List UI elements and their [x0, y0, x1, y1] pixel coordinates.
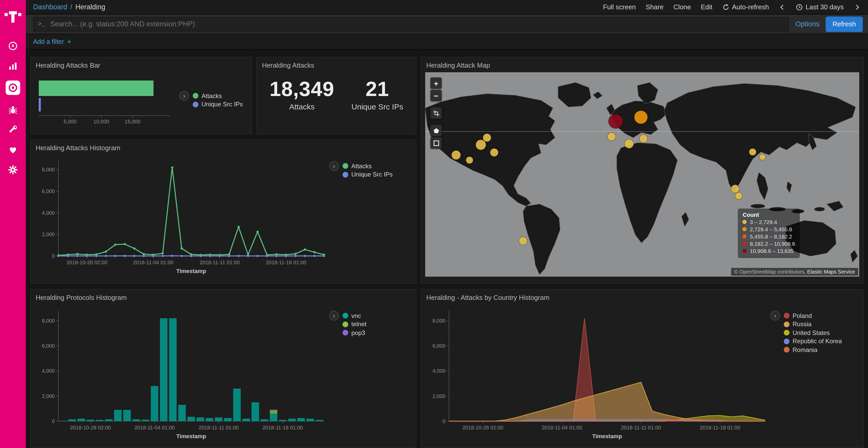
- legend-item[interactable]: Poland: [784, 312, 842, 319]
- options-link[interactable]: Options: [796, 20, 819, 28]
- legend-label: 8,182.2 – 10,908.6: [750, 241, 795, 247]
- legend-item[interactable]: Russia: [784, 320, 842, 328]
- legend-toggle-icon[interactable]: ›: [329, 161, 339, 171]
- search-input[interactable]: [49, 20, 784, 28]
- legend-item[interactable]: vnc: [343, 312, 367, 319]
- svg-text:2018-11-11 01:00: 2018-11-11 01:00: [200, 260, 240, 265]
- legend-item[interactable]: 5,455.8 – 8,182.2: [743, 233, 795, 240]
- sidebar-item-dashboard[interactable]: [3, 39, 23, 53]
- svg-text:Timestamp: Timestamp: [176, 268, 206, 274]
- attacks-bar-chart[interactable]: 5,00010,00015,000: [35, 71, 179, 129]
- legend-item[interactable]: Unique Src IPs: [193, 101, 243, 108]
- legend-item[interactable]: Attacks: [343, 162, 393, 170]
- time-forward-button[interactable]: [854, 3, 861, 10]
- add-filter-link[interactable]: Add a filter +: [33, 38, 71, 45]
- chart-legend: › vnctelnetpop3: [329, 311, 367, 442]
- legend-item[interactable]: United States: [784, 329, 842, 336]
- square-icon: [433, 140, 439, 146]
- legend-dot-icon: [743, 227, 747, 231]
- bug-icon: [8, 104, 18, 114]
- legend-item[interactable]: 8,182.2 – 10,908.6: [743, 241, 795, 247]
- sidebar-item-honeypot[interactable]: [3, 103, 23, 116]
- map-attribution: © OpenStreetMap contributors, Elastic Ma…: [731, 268, 858, 276]
- legend-label: 5,455.8 – 8,182.2: [750, 233, 792, 240]
- legend-dot-icon: [784, 321, 789, 327]
- draw-rectangle-button[interactable]: [430, 137, 442, 149]
- metric-value: 21: [351, 77, 403, 101]
- share-button[interactable]: Share: [646, 3, 663, 11]
- legend-dot-icon: [784, 347, 789, 352]
- panel-title: Heralding Attacks: [257, 57, 416, 70]
- sidebar-item-health[interactable]: [3, 143, 23, 157]
- legend-toggle-icon[interactable]: ›: [329, 311, 339, 320]
- search-box[interactable]: >_: [33, 17, 789, 31]
- zoom-out-button[interactable]: −: [430, 90, 442, 101]
- telekom-logo[interactable]: [0, 3, 26, 30]
- legend-dot-icon: [743, 242, 747, 246]
- chart-legend: › AttacksUnique Src IPs: [179, 91, 243, 109]
- clock-icon: [796, 3, 803, 10]
- legend-dot-icon: [743, 234, 747, 238]
- time-range-picker[interactable]: Last 30 days: [796, 3, 844, 11]
- zoom-in-button[interactable]: +: [430, 77, 442, 89]
- legend-item[interactable]: Romania: [784, 346, 842, 353]
- legend-item[interactable]: 3 – 2,729.4: [743, 219, 795, 225]
- sidebar-item-analytics[interactable]: [3, 59, 23, 73]
- legend-toggle-icon[interactable]: ›: [770, 311, 780, 320]
- compass-icon: [8, 41, 18, 51]
- legend-item[interactable]: telnet: [343, 320, 367, 328]
- refresh-icon: [722, 3, 729, 10]
- panel-attacks-histogram: Heralding Attacks Histogram 02,0004,0006…: [30, 139, 416, 284]
- breadcrumb-dashboard-link[interactable]: Dashboard: [33, 3, 67, 11]
- attacks-histogram-chart[interactable]: 02,0004,0006,0008,0002018-10-28 02:00201…: [35, 154, 329, 277]
- metric-value: 18,349: [270, 77, 334, 101]
- sidebar-item-settings[interactable]: [3, 163, 23, 176]
- legend-item[interactable]: Unique Src IPs: [343, 171, 393, 178]
- add-filter-label: Add a filter: [33, 38, 64, 45]
- legend-dot-icon: [784, 338, 789, 344]
- legend-label: Republic of Korea: [793, 338, 842, 345]
- sidebar-item-security-overview[interactable]: [3, 79, 23, 96]
- clone-button[interactable]: Clone: [674, 3, 691, 11]
- svg-text:4,000: 4,000: [42, 368, 55, 374]
- sidebar-item-tools[interactable]: [3, 123, 23, 136]
- legend-dot-icon: [193, 102, 198, 107]
- legend-item[interactable]: Republic of Korea: [784, 338, 842, 345]
- legend-item[interactable]: 10,908.6 – 13,635: [743, 248, 795, 254]
- fullscreen-button[interactable]: Full screen: [603, 3, 636, 11]
- legend-label: telnet: [351, 320, 367, 328]
- country-histogram-chart[interactable]: 02,0004,0006,0008,0002018-10-28 02:00201…: [425, 304, 770, 442]
- chevron-right-icon: [854, 3, 861, 10]
- legend-label: Attacks: [351, 162, 372, 170]
- svg-text:8,000: 8,000: [42, 318, 55, 323]
- edit-button[interactable]: Edit: [701, 3, 712, 11]
- svg-text:0: 0: [52, 418, 55, 424]
- draw-polygon-button[interactable]: [430, 125, 442, 136]
- panel-title: Heralding Attack Map: [421, 57, 863, 70]
- legend-dot-icon: [343, 313, 348, 318]
- legend-item[interactable]: Attacks: [193, 92, 243, 100]
- svg-text:Timestamp: Timestamp: [592, 433, 622, 440]
- svg-text:2018-10-28 02:00: 2018-10-28 02:00: [70, 425, 111, 430]
- legend-item[interactable]: 2,729.4 – 5,455.8: [743, 226, 795, 232]
- kibana-dashboard-app: Dashboard / Heralding Full screen Share …: [0, 0, 868, 448]
- auto-refresh-button[interactable]: Auto-refresh: [722, 3, 769, 11]
- refresh-button[interactable]: Refresh: [826, 16, 863, 32]
- legend-dot-icon: [343, 321, 348, 327]
- protocols-histogram-chart[interactable]: 02,0004,0006,0008,0002018-10-28 02:00201…: [35, 304, 329, 442]
- legend-label: 10,908.6 – 13,635: [750, 248, 794, 254]
- osm-attribution[interactable]: © OpenStreetMap contributors,: [734, 269, 806, 275]
- elastic-maps-attribution[interactable]: Elastic Maps Service: [807, 269, 855, 275]
- svg-text:2018-11-18 01:00: 2018-11-18 01:00: [262, 425, 303, 430]
- svg-text:6,000: 6,000: [42, 343, 55, 349]
- legend-label: Attacks: [202, 92, 222, 100]
- legend-item[interactable]: pop3: [343, 329, 367, 336]
- panel-title: Heralding - Attacks by Country Histogram: [421, 289, 863, 303]
- attack-map[interactable]: + − Count: [425, 72, 859, 277]
- legend-label: 3 – 2,729.4: [750, 219, 777, 225]
- legend-label: 2,729.4 – 5,455.8: [750, 226, 792, 232]
- svg-text:10,000: 10,000: [94, 119, 109, 125]
- fit-data-bounds-button[interactable]: [430, 107, 442, 119]
- time-back-button[interactable]: [779, 3, 786, 10]
- legend-toggle-icon[interactable]: ›: [179, 91, 189, 101]
